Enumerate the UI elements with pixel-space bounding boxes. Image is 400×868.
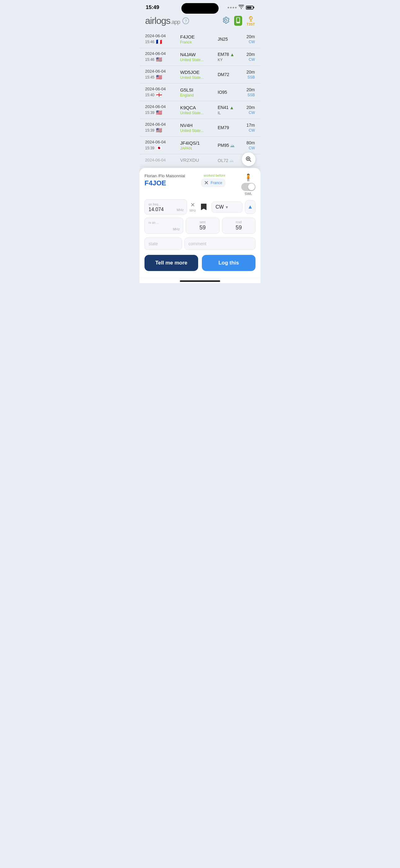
- log-row[interactable]: 2024-06-04 15:45 🇺🇸 WD5JOE United State.…: [139, 66, 261, 84]
- country-name: France: [210, 181, 222, 185]
- sent-rst[interactable]: sent 59: [186, 218, 220, 234]
- phone-icon[interactable]: [234, 16, 242, 26]
- log-time: 15:46: [145, 57, 155, 62]
- log-mode: CW: [242, 146, 255, 150]
- big-callsign[interactable]: F4JOE: [144, 179, 185, 187]
- log-datetime: 2024-06-04 15:46 🇺🇸: [145, 51, 178, 62]
- log-flag: 🇺🇸: [156, 57, 162, 62]
- log-date: 2024-06-04: [145, 122, 178, 127]
- log-row[interactable]: 2024-06-04 15:46 🇺🇸 N4JAW United State..…: [139, 48, 261, 66]
- log-band-col: 17m CW: [242, 123, 255, 132]
- log-date: 2024-06-04: [145, 87, 178, 91]
- freq-unit: MHz: [177, 208, 184, 212]
- log-row[interactable]: 2024-06-04 15:40 🏴󠁧󠁢󠁥󠁮󠁧󠁿 G5LSI England I…: [139, 84, 261, 101]
- expand-button[interactable]: ▲: [245, 200, 256, 214]
- log-callsign-col: VR2XDU: [180, 157, 215, 163]
- svg-rect-1: [237, 18, 239, 22]
- log-callsign: K9QCA: [180, 105, 215, 110]
- log-callsign-col: JF4IQS/1 JAPAN: [180, 140, 215, 151]
- log-country: JAPAN: [180, 146, 215, 151]
- log-datetime: 2024-06-04 15:39 🇺🇸: [145, 104, 178, 116]
- log-band-col: 20m CW: [242, 52, 255, 62]
- log-grid-col: EM79: [218, 125, 239, 130]
- log-mode: CW: [242, 111, 255, 115]
- action-row: Tell me more Log this: [144, 255, 256, 271]
- log-band: 20m: [242, 52, 255, 57]
- gear-icon[interactable]: [222, 16, 230, 26]
- person-icon: 🧍: [244, 174, 253, 182]
- log-callsign-col: WD5JOE United State...: [180, 69, 215, 80]
- chevron-down-icon: ▾: [226, 205, 228, 210]
- log-band-col: 20m CW: [242, 34, 255, 44]
- log-callsign: WD5JOE: [180, 69, 215, 75]
- log-grid: PM95: [218, 143, 229, 148]
- log-mode: CW: [242, 57, 255, 62]
- tell-more-button[interactable]: Tell me more: [144, 255, 198, 271]
- log-grid: JN25: [218, 37, 228, 41]
- log-band-col: 20m SSB: [242, 87, 255, 97]
- swl-toggle[interactable]: [241, 183, 256, 191]
- log-datetime: 2024-06-04 15:39 🇯🇵: [145, 140, 178, 151]
- mode-value: CW: [215, 204, 224, 210]
- worked-before-label: worked before: [204, 174, 226, 177]
- logo-area: airlogs.app ?: [145, 16, 189, 26]
- log-time: 15:39: [145, 146, 155, 150]
- log-grid-col: IO95: [218, 90, 239, 95]
- rx-label: rx on ...: [148, 221, 179, 224]
- state-placeholder: state: [148, 241, 158, 246]
- log-date: 2024-06-04: [145, 104, 178, 109]
- log-callsign-col: NV4H United State...: [180, 123, 215, 133]
- home-indicator: [139, 277, 261, 283]
- log-datetime: 2024-06-04 15:39 🇺🇸: [145, 122, 178, 133]
- log-grid: DM72: [218, 72, 229, 77]
- log-subgrid: KY: [218, 58, 239, 62]
- log-row[interactable]: 2024-06-04 15:39 🇺🇸 K9QCA United State..…: [139, 101, 261, 119]
- log-grid-col: DM72: [218, 72, 239, 77]
- help-icon[interactable]: ?: [182, 18, 189, 24]
- close-icon[interactable]: ✕: [204, 180, 209, 186]
- log-flag: 🇺🇸: [156, 127, 162, 133]
- log-row[interactable]: 2024-06-04 15:46 🇫🇷 F4JOE France JN25 20…: [139, 30, 261, 48]
- comment-placeholder: comment: [189, 241, 206, 246]
- log-country: United State...: [180, 128, 215, 133]
- log-callsign-col: K9QCA United State...: [180, 105, 215, 115]
- log-row[interactable]: 2024-06-04 15:39 🇺🇸 NV4H United State...…: [139, 119, 261, 136]
- log-this-button[interactable]: Log this: [202, 255, 256, 271]
- log-date: 2024-06-04: [145, 69, 178, 73]
- log-datetime: 2024-06-04 15:46 🇫🇷: [145, 34, 178, 45]
- log-datetime: 2024-06-04 15:45 🇺🇸: [145, 69, 178, 80]
- freq-input[interactable]: on freq... 14.074 MHz: [144, 199, 187, 215]
- log-callsign: NV4H: [180, 123, 215, 128]
- rcvd-value: 59: [226, 224, 252, 231]
- log-flag: 🇺🇸: [156, 74, 162, 80]
- log-row[interactable]: 2024-06-04 15:39 🇯🇵 JF4IQS/1 JAPAN PM95 …: [139, 136, 261, 154]
- log-grid: IO95: [218, 90, 227, 95]
- signal-icon: [228, 7, 237, 8]
- status-bar: 15:49: [139, 0, 261, 12]
- clear-mhz-label: MHz: [190, 209, 196, 212]
- bookmark-button[interactable]: [198, 200, 209, 214]
- clear-x-icon: ✕: [190, 202, 195, 208]
- rcvd-rst[interactable]: rcvd 59: [222, 218, 256, 234]
- log-grid-col: OL72 ⛰: [218, 158, 239, 163]
- log-time: 15:39: [145, 111, 155, 115]
- search-fab[interactable]: [242, 152, 256, 166]
- log-date: 2024-06-04: [145, 51, 178, 56]
- log-flag: 🏴󠁧󠁢󠁥󠁮󠁧󠁿: [156, 92, 162, 98]
- freq-clear-button[interactable]: ✕ MHz: [190, 202, 196, 212]
- battery-icon: [246, 6, 254, 10]
- log-grid-col: EM78 ▲ KY: [218, 52, 239, 62]
- log-country: United State...: [180, 58, 215, 62]
- comment-input[interactable]: comment: [185, 238, 256, 250]
- rx-input[interactable]: rx on ... MHz: [144, 218, 183, 234]
- header-actions: T3ST: [222, 16, 255, 26]
- log-date: 2024-06-04: [145, 140, 178, 144]
- country-badge: ✕ France: [201, 179, 225, 187]
- log-country: United State...: [180, 75, 215, 80]
- log-grid-col: EN41 ▲ IL: [218, 105, 239, 115]
- mode-select[interactable]: CW ▾: [211, 202, 242, 213]
- state-input[interactable]: state: [144, 238, 182, 250]
- log-datetime: 2024-06-04 15:40 🏴󠁧󠁢󠁥󠁮󠁧󠁿: [145, 87, 178, 98]
- callsign-info: Florian /Flo Maisonnial F4JOE worked bef…: [144, 174, 256, 195]
- log-band-col: 20m SSB: [242, 69, 255, 80]
